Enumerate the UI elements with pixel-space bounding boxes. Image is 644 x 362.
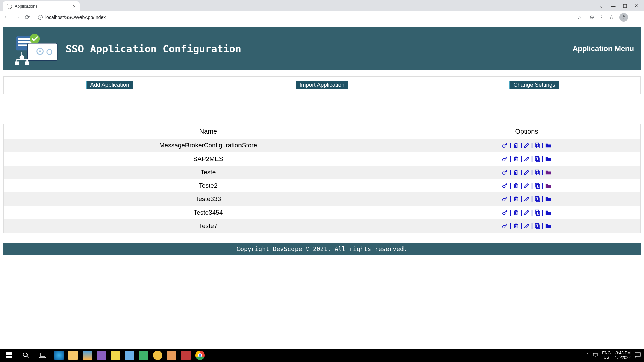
separator: | bbox=[542, 142, 544, 149]
cell-options: | | | | bbox=[413, 222, 640, 230]
folder-icon[interactable] bbox=[545, 223, 551, 229]
folder-icon[interactable] bbox=[545, 156, 551, 162]
taskbar-app-ie[interactable] bbox=[54, 351, 64, 360]
edit-icon[interactable] bbox=[524, 196, 530, 202]
separator: | bbox=[509, 209, 511, 216]
taskbar-app-1[interactable] bbox=[83, 351, 92, 360]
key-icon[interactable] bbox=[502, 169, 508, 175]
separator: | bbox=[542, 169, 544, 176]
menu-dots-icon[interactable]: ⋮ bbox=[633, 14, 639, 20]
folder-icon[interactable] bbox=[545, 169, 551, 175]
taskbar-app-7[interactable] bbox=[181, 351, 191, 360]
new-tab-button[interactable]: + bbox=[83, 2, 87, 10]
taskbar-app-6[interactable] bbox=[167, 351, 176, 360]
taskbar-app-5[interactable] bbox=[153, 351, 162, 360]
separator: | bbox=[531, 169, 533, 176]
copy-icon[interactable] bbox=[534, 196, 541, 202]
url-text: localhost/SSOWebApp/Index bbox=[45, 15, 106, 20]
trash-icon[interactable] bbox=[513, 196, 519, 202]
taskbar-app-chrome[interactable] bbox=[195, 351, 205, 360]
star-icon[interactable]: ☆ bbox=[609, 14, 614, 20]
key-icon[interactable] bbox=[502, 156, 508, 162]
folder-icon[interactable] bbox=[545, 142, 551, 148]
tab-title: Applications bbox=[15, 4, 37, 9]
trash-icon[interactable] bbox=[513, 142, 519, 148]
change-settings-button[interactable]: Change Settings bbox=[509, 81, 559, 89]
back-icon[interactable]: ← bbox=[3, 14, 9, 21]
trash-icon[interactable] bbox=[513, 182, 519, 189]
svg-rect-12 bbox=[15, 62, 18, 64]
minimize-icon[interactable]: — bbox=[611, 3, 615, 9]
chevron-down-icon[interactable]: ⌄ bbox=[599, 3, 603, 9]
trash-icon[interactable] bbox=[513, 209, 519, 216]
taskbar-app-4[interactable] bbox=[139, 351, 148, 360]
key-icon[interactable] bbox=[502, 223, 508, 229]
separator: | bbox=[531, 209, 533, 216]
copy-icon[interactable] bbox=[534, 223, 541, 229]
separator: | bbox=[531, 142, 533, 149]
copy-icon[interactable] bbox=[534, 156, 541, 162]
edit-icon[interactable] bbox=[524, 182, 530, 189]
share-icon[interactable]: ⇪ bbox=[599, 14, 604, 20]
taskbar-app-vs[interactable] bbox=[97, 351, 106, 360]
close-icon[interactable]: × bbox=[634, 2, 638, 9]
svg-rect-13 bbox=[25, 62, 29, 64]
start-button[interactable] bbox=[4, 350, 14, 360]
edit-icon[interactable] bbox=[524, 223, 530, 229]
folder-icon[interactable] bbox=[545, 196, 551, 202]
trash-icon[interactable] bbox=[513, 223, 519, 229]
svg-rect-21 bbox=[635, 353, 640, 356]
import-application-button[interactable]: Import Application bbox=[296, 81, 348, 89]
zoom-icon[interactable]: ⊕ bbox=[590, 14, 594, 20]
taskbar-app-2[interactable] bbox=[111, 351, 120, 360]
task-view-icon[interactable] bbox=[38, 350, 48, 360]
browser-tab[interactable]: Applications × bbox=[3, 1, 80, 11]
tab-close-icon[interactable]: × bbox=[73, 4, 76, 9]
site-info-icon[interactable]: i bbox=[38, 15, 43, 20]
tray-chevron-icon[interactable]: ˄ bbox=[587, 353, 589, 358]
key-icon[interactable] bbox=[502, 142, 508, 148]
copy-icon[interactable] bbox=[534, 209, 541, 216]
key-icon[interactable] bbox=[502, 182, 508, 189]
edit-icon[interactable] bbox=[524, 209, 530, 216]
edit-icon[interactable] bbox=[524, 169, 530, 175]
key-icon[interactable] bbox=[502, 196, 508, 202]
application-menu-link[interactable]: Application Menu bbox=[573, 44, 634, 53]
edit-icon[interactable] bbox=[524, 142, 530, 148]
separator: | bbox=[542, 195, 544, 202]
separator: | bbox=[520, 195, 522, 202]
tray-network-icon[interactable] bbox=[593, 353, 598, 358]
separator: | bbox=[520, 182, 522, 189]
cell-options: | | | | bbox=[413, 169, 640, 176]
tray-notifications-icon[interactable] bbox=[635, 352, 641, 359]
separator: | bbox=[531, 155, 533, 162]
trash-icon[interactable] bbox=[513, 169, 519, 175]
tray-clock[interactable]: 8:43 PM 1/9/2022 bbox=[615, 351, 631, 360]
maximize-icon[interactable] bbox=[623, 4, 627, 8]
cell-options: | | | | bbox=[413, 209, 640, 216]
column-header-name: Name bbox=[4, 128, 413, 135]
add-application-button[interactable]: Add Application bbox=[86, 81, 133, 89]
svg-point-9 bbox=[39, 50, 41, 52]
edit-icon[interactable] bbox=[524, 156, 530, 162]
reload-icon[interactable]: ⟳ bbox=[25, 14, 30, 21]
url-field[interactable]: i localhost/SSOWebApp/Index bbox=[35, 15, 573, 20]
copy-icon[interactable] bbox=[534, 142, 541, 148]
copy-icon[interactable] bbox=[534, 169, 541, 175]
tray-language[interactable]: ENG US bbox=[602, 351, 611, 360]
copy-icon[interactable] bbox=[534, 182, 541, 189]
key-icon[interactable]: ⌕⁻ bbox=[578, 14, 584, 20]
profile-avatar-icon[interactable] bbox=[619, 13, 628, 22]
trash-icon[interactable] bbox=[513, 156, 519, 162]
taskbar-app-explorer[interactable] bbox=[68, 351, 78, 360]
table-row: MessageBrokerConfigurationStore | | | | bbox=[4, 139, 640, 152]
key-icon[interactable] bbox=[502, 209, 508, 216]
folder-icon[interactable] bbox=[545, 182, 551, 189]
folder-icon[interactable] bbox=[545, 209, 551, 216]
separator: | bbox=[509, 222, 511, 229]
address-bar: ← → ⟳ i localhost/SSOWebApp/Index ⌕⁻ ⊕ ⇪… bbox=[0, 11, 644, 23]
search-icon[interactable] bbox=[21, 350, 31, 360]
taskbar-app-3[interactable] bbox=[125, 351, 134, 360]
forward-icon[interactable]: → bbox=[14, 14, 20, 21]
separator: | bbox=[509, 169, 511, 176]
